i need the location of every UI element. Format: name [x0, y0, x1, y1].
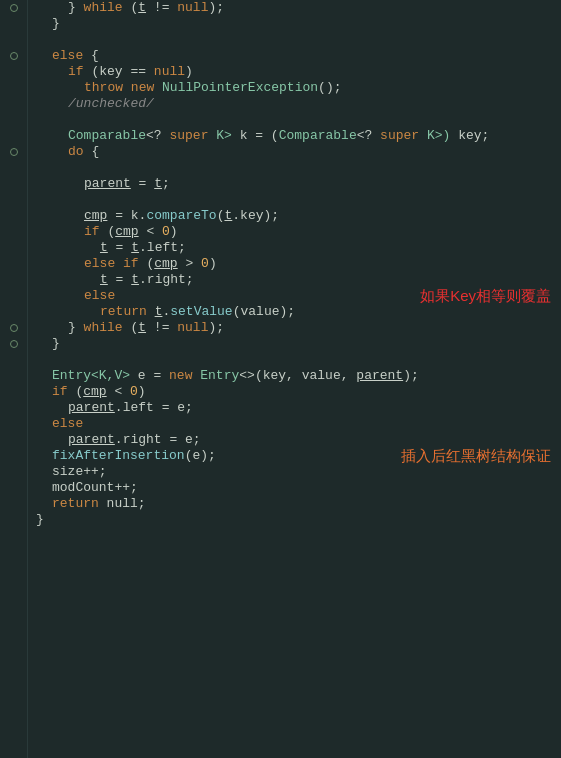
gutter-marker: [7, 96, 21, 112]
gutter-marker: [7, 336, 21, 352]
code-line: /unchecked/: [36, 96, 561, 112]
token-punct: ): [170, 224, 178, 240]
token-var-underline: cmp: [84, 208, 107, 224]
token-kw: else: [84, 256, 115, 272]
token-punct: ;: [186, 272, 194, 288]
token-var-underline: t: [224, 208, 232, 224]
code-line: [36, 112, 561, 128]
token-var-underline: t: [100, 272, 108, 288]
token-op: ==: [123, 64, 154, 80]
gutter-marker: [7, 256, 21, 272]
token-kw: while: [84, 0, 123, 16]
token-punct: (value);: [233, 304, 295, 320]
token-op: <: [139, 224, 162, 240]
gutter-marker: [7, 32, 21, 48]
code-line: [36, 352, 561, 368]
token-annot: /unchecked/: [68, 96, 154, 112]
token-type: Comparable: [279, 128, 357, 144]
token-kw: while: [84, 320, 123, 336]
token-var-underline: t: [131, 240, 139, 256]
token-punct: (: [68, 384, 84, 400]
token-punct: [192, 368, 200, 384]
token-kw: new: [169, 368, 192, 384]
token-var: key: [458, 128, 481, 144]
token-var-underline: cmp: [115, 224, 138, 240]
token-punct: .: [115, 432, 123, 448]
token-kw: return: [100, 304, 147, 320]
token-punct: }: [52, 16, 60, 32]
token-kw: return: [52, 496, 99, 512]
token-kw: super: [380, 128, 419, 144]
code-container: } while (t != null);}else {if (key == nu…: [0, 0, 561, 758]
token-var-underline: t: [138, 320, 146, 336]
token-kw: null: [177, 0, 208, 16]
token-punct: }: [52, 336, 60, 352]
token-punct: (: [100, 224, 116, 240]
token-punct: {: [83, 48, 99, 64]
gutter-marker: [7, 480, 21, 496]
gutter-marker: [7, 304, 21, 320]
token-punct: [115, 256, 123, 272]
token-kw: if: [52, 384, 68, 400]
token-var: modCount: [52, 480, 114, 496]
token-punct: [123, 80, 131, 96]
annotation-label: 插入后红黑树结构保证: [401, 448, 551, 464]
code-line: Comparable<? super K> k = (Comparable<? …: [36, 128, 561, 144]
token-var-underline: parent: [356, 368, 403, 384]
token-type: Entry: [52, 368, 91, 384]
token-kw: if: [84, 224, 100, 240]
code-line: [36, 192, 561, 208]
token-kw: else: [84, 288, 115, 304]
annotation-label: 如果Key相等则覆盖: [420, 288, 551, 304]
token-var: left: [147, 240, 178, 256]
code-line: fixAfterInsertion(e);插入后红黑树结构保证: [36, 448, 561, 464]
code-line: [36, 160, 561, 176]
gutter-marker: [7, 512, 21, 528]
code-line: if (cmp < 0): [36, 384, 561, 400]
token-var-underline: t: [138, 0, 146, 16]
token-var: right: [147, 272, 186, 288]
token-kw: else: [52, 416, 83, 432]
token-punct: ();: [318, 80, 341, 96]
token-punct: ,: [341, 368, 357, 384]
token-method: setValue: [170, 304, 232, 320]
token-punct: = k.: [107, 208, 146, 224]
gutter-marker: [7, 352, 21, 368]
code-line: } while (t != null);: [36, 320, 561, 336]
token-var-underline: parent: [84, 176, 131, 192]
token-kw: new: [131, 80, 154, 96]
token-punct: (e);: [185, 448, 216, 464]
token-type: K>): [419, 128, 458, 144]
token-punct: );: [208, 0, 224, 16]
code-line: }: [36, 336, 561, 352]
token-var-underline: t: [100, 240, 108, 256]
token-punct: = e;: [162, 432, 201, 448]
token-punct: ;: [482, 128, 490, 144]
token-punct: ++;: [114, 480, 137, 496]
token-punct: ++;: [83, 464, 106, 480]
gutter-marker: [7, 176, 21, 192]
gutter-marker: [7, 144, 21, 160]
token-punct: ;: [162, 176, 170, 192]
code-line: do {: [36, 144, 561, 160]
token-punct: );: [263, 208, 279, 224]
token-punct: [147, 304, 155, 320]
token-punct: (: [123, 320, 139, 336]
token-var-underline: t: [155, 304, 163, 320]
gutter-marker: [7, 112, 21, 128]
token-punct: );: [208, 320, 224, 336]
token-kw: null: [177, 320, 208, 336]
token-var: left: [123, 400, 154, 416]
token-op: !=: [146, 320, 177, 336]
token-type: K>: [208, 128, 239, 144]
gutter-marker: [7, 64, 21, 80]
code-line: return t.setValue(value);: [36, 304, 561, 320]
gutter-marker: [7, 368, 21, 384]
token-type: Entry: [200, 368, 239, 384]
token-kw: if: [68, 64, 84, 80]
code-line: [36, 32, 561, 48]
code-line: else if (cmp > 0): [36, 256, 561, 272]
token-punct: .: [139, 240, 147, 256]
token-punct: = e;: [154, 400, 193, 416]
token-type: Comparable: [68, 128, 146, 144]
